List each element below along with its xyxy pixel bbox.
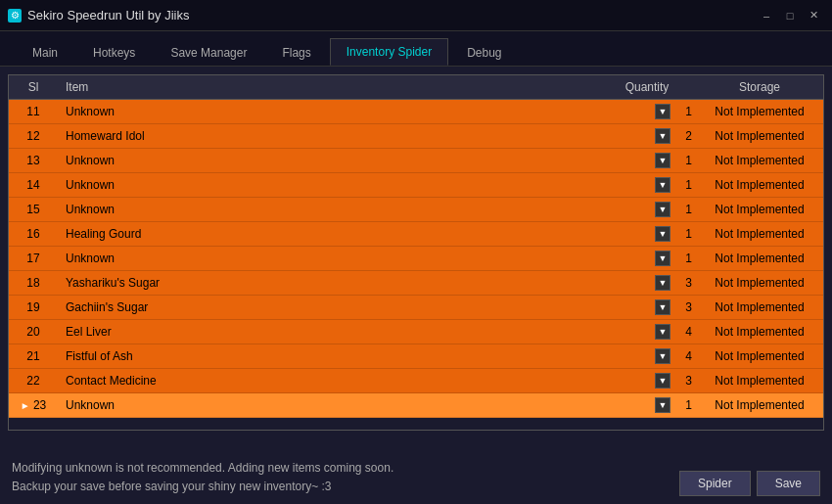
- item-name: Unknown: [58, 198, 598, 222]
- qty-dropdown[interactable]: ▼: [655, 324, 670, 340]
- minimize-button[interactable]: –: [756, 7, 777, 24]
- qty-value: 1: [672, 252, 692, 265]
- item-name: Fistful of Ash: [58, 344, 598, 369]
- footer-line1: Modifying unknown is not recommended. Ad…: [12, 459, 393, 478]
- col-header-storage: Storage: [696, 75, 823, 100]
- storage-value: Not Implemented: [696, 198, 823, 222]
- tab-flags[interactable]: Flags: [265, 39, 327, 66]
- tab-save-manager[interactable]: Save Manager: [154, 39, 263, 66]
- qty-dropdown[interactable]: ▼: [655, 153, 670, 168]
- titlebar-left: ⚙ Sekiro Speedrun Util by Jiiks: [8, 8, 189, 23]
- storage-value: Not Implemented: [696, 271, 823, 296]
- qty-value: 2: [672, 129, 692, 143]
- qty-dropdown[interactable]: ▼: [655, 275, 670, 291]
- storage-value: Not Implemented: [696, 149, 823, 173]
- storage-value: Not Implemented: [696, 393, 823, 418]
- main-content: Sl Item Quantity Storage 11Unknown ▼ 1 N…: [0, 67, 832, 504]
- storage-value: Not Implemented: [696, 100, 823, 124]
- qty-value: 4: [672, 325, 692, 339]
- table-row[interactable]: 15Unknown ▼ 1 Not Implemented: [9, 198, 823, 222]
- inventory-table: Sl Item Quantity Storage 11Unknown ▼ 1 N…: [9, 75, 823, 418]
- tab-hotkeys[interactable]: Hotkeys: [76, 39, 152, 66]
- item-name: Unknown: [58, 100, 598, 124]
- qty-dropdown[interactable]: ▼: [655, 177, 670, 193]
- col-header-sl: Sl: [9, 75, 58, 100]
- maximize-button[interactable]: □: [779, 7, 801, 24]
- item-name: Contact Medicine: [58, 369, 598, 393]
- qty-value: 3: [672, 374, 692, 388]
- item-name: Eel Liver: [58, 320, 598, 344]
- item-name: Unknown: [58, 149, 598, 173]
- window-controls: – □ ✕: [756, 7, 824, 24]
- table-row[interactable]: 11Unknown ▼ 1 Not Implemented: [9, 100, 823, 124]
- qty-value: 1: [672, 178, 692, 192]
- col-header-item: Item: [58, 75, 598, 100]
- close-button[interactable]: ✕: [803, 7, 824, 24]
- qty-dropdown[interactable]: ▼: [655, 348, 670, 364]
- titlebar: ⚙ Sekiro Speedrun Util by Jiiks – □ ✕: [0, 0, 832, 31]
- footer-buttons: Spider Save: [679, 471, 820, 496]
- qty-value: 1: [672, 203, 692, 216]
- inventory-table-container: Sl Item Quantity Storage 11Unknown ▼ 1 N…: [8, 74, 824, 431]
- table-row[interactable]: 12Homeward Idol ▼ 2 Not Implemented: [9, 124, 823, 149]
- item-name: Unknown: [58, 173, 598, 198]
- table-row[interactable]: ► 23Unknown ▼ 1 Not Implemented: [9, 393, 823, 418]
- row-arrow-icon: ►: [21, 400, 30, 411]
- qty-dropdown[interactable]: ▼: [655, 104, 670, 119]
- qty-dropdown[interactable]: ▼: [655, 299, 670, 315]
- qty-dropdown[interactable]: ▼: [655, 128, 670, 144]
- tab-main[interactable]: Main: [16, 39, 74, 66]
- table-row[interactable]: 20Eel Liver ▼ 4 Not Implemented: [9, 320, 823, 344]
- save-button[interactable]: Save: [757, 471, 820, 496]
- tab-inventory-spider[interactable]: Inventory Spider: [330, 38, 448, 66]
- table-row[interactable]: 14Unknown ▼ 1 Not Implemented: [9, 173, 823, 198]
- storage-value: Not Implemented: [696, 369, 823, 393]
- qty-value: 1: [672, 398, 692, 412]
- qty-value: 4: [672, 349, 692, 363]
- qty-dropdown[interactable]: ▼: [655, 202, 670, 217]
- qty-value: 1: [672, 154, 692, 167]
- storage-value: Not Implemented: [696, 344, 823, 369]
- storage-value: Not Implemented: [696, 320, 823, 344]
- table-row[interactable]: 16Healing Gourd ▼ 1 Not Implemented: [9, 222, 823, 247]
- storage-value: Not Implemented: [696, 222, 823, 247]
- qty-dropdown[interactable]: ▼: [655, 397, 670, 413]
- item-name: Homeward Idol: [58, 124, 598, 149]
- table-scroll[interactable]: Sl Item Quantity Storage 11Unknown ▼ 1 N…: [9, 75, 823, 430]
- qty-value: 1: [672, 227, 692, 241]
- storage-value: Not Implemented: [696, 247, 823, 271]
- qty-value: 3: [672, 276, 692, 290]
- nav-tabs: Main Hotkeys Save Manager Flags Inventor…: [0, 31, 832, 67]
- qty-value: 3: [672, 300, 692, 314]
- table-row[interactable]: 21Fistful of Ash ▼ 4 Not Implemented: [9, 344, 823, 369]
- table-row[interactable]: 17Unknown ▼ 1 Not Implemented: [9, 247, 823, 271]
- app-icon: ⚙: [8, 9, 22, 23]
- item-name: Healing Gourd: [58, 222, 598, 247]
- bottom-bar: Modifying unknown is not recommended. Ad…: [0, 431, 832, 504]
- table-row[interactable]: 19Gachiin's Sugar ▼ 3 Not Implemented: [9, 296, 823, 320]
- table-row[interactable]: 22Contact Medicine ▼ 3 Not Implemented: [9, 369, 823, 393]
- app-title: Sekiro Speedrun Util by Jiiks: [27, 8, 189, 23]
- item-name: Yashariku's Sugar: [58, 271, 598, 296]
- footer-line2: Backup your save before saving your shin…: [12, 478, 393, 496]
- storage-value: Not Implemented: [696, 173, 823, 198]
- storage-value: Not Implemented: [696, 296, 823, 320]
- table-row[interactable]: 13Unknown ▼ 1 Not Implemented: [9, 149, 823, 173]
- table-row[interactable]: 18Yashariku's Sugar ▼ 3 Not Implemented: [9, 271, 823, 296]
- spider-button[interactable]: Spider: [679, 471, 751, 496]
- tab-debug[interactable]: Debug: [450, 39, 518, 66]
- item-name: Unknown: [58, 393, 598, 418]
- qty-dropdown[interactable]: ▼: [655, 226, 670, 242]
- item-name: Gachiin's Sugar: [58, 296, 598, 320]
- qty-dropdown[interactable]: ▼: [655, 251, 670, 266]
- qty-dropdown[interactable]: ▼: [655, 373, 670, 389]
- col-header-quantity: Quantity: [598, 75, 696, 100]
- storage-value: Not Implemented: [696, 124, 823, 149]
- qty-value: 1: [672, 105, 692, 118]
- item-name: Unknown: [58, 247, 598, 271]
- footer-text: Modifying unknown is not recommended. Ad…: [12, 459, 393, 496]
